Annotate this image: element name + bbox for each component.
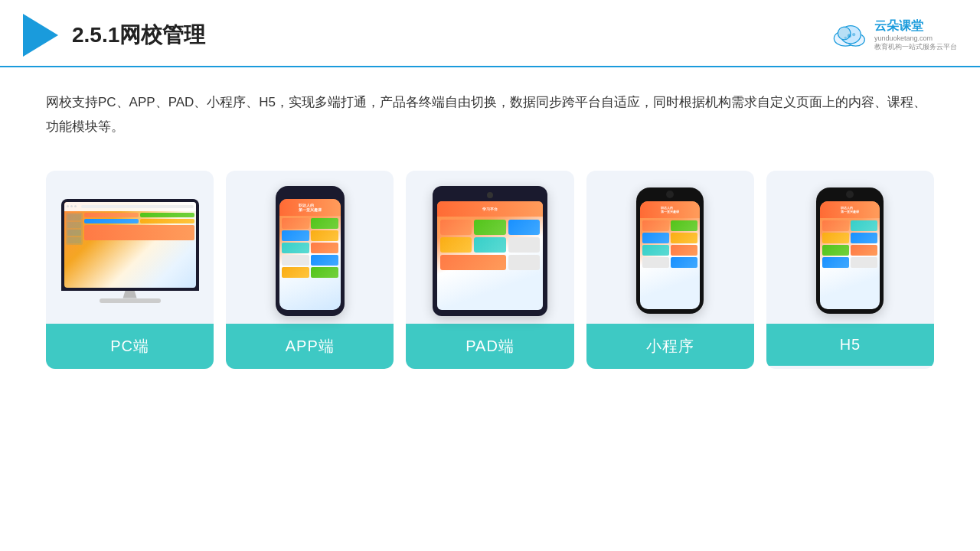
- page-header: 2.5.1网校管理 云朵课堂 yunduoketang.com 教育机构一站式服…: [0, 0, 980, 67]
- pc-device-mockup: [61, 199, 199, 303]
- card-pad: 学习平台 PAD端: [406, 171, 573, 369]
- svg-point-6: [844, 37, 847, 39]
- cloud-icon: [831, 21, 870, 49]
- card-pad-image: 学习平台: [406, 171, 573, 324]
- card-miniprogram: 职达人的第一堂兴趣课: [586, 171, 754, 369]
- pc-neck: [122, 291, 138, 298]
- pad-tablet-mockup: 学习平台: [433, 186, 547, 316]
- svg-point-5: [852, 33, 855, 36]
- card-app-image: 职达人的第一堂兴趣课: [226, 171, 394, 324]
- card-h5-image: 职达人的第一堂兴趣课: [766, 171, 934, 324]
- card-miniprogram-label: 小程序: [586, 324, 754, 369]
- card-pad-label: PAD端: [406, 324, 573, 369]
- tablet-home-btn: [487, 192, 493, 198]
- brand-name: 云朵课堂: [874, 18, 957, 34]
- pc-screen-inner: [64, 202, 196, 288]
- h5-screen: 职达人的第一堂兴趣课: [820, 201, 880, 309]
- card-h5-label: H5: [766, 324, 934, 366]
- brand-tagline-1: 教育机构一站式服务云平台: [874, 42, 957, 52]
- miniprogram-screen: 职达人的第一堂兴趣课: [640, 201, 700, 309]
- phone-screen: 职达人的第一堂兴趣课: [279, 199, 341, 310]
- pc-screen: [61, 199, 199, 291]
- card-app-label: APP端: [226, 324, 394, 369]
- description-section: 网校支持PC、APP、PAD、小程序、H5，实现多端打通，产品各终端自由切换，数…: [0, 67, 980, 155]
- card-pc: PC端: [46, 171, 214, 369]
- card-pc-image: [46, 171, 214, 324]
- header-right: 云朵课堂 yunduoketang.com 教育机构一站式服务云平台: [831, 18, 957, 52]
- svg-point-4: [848, 34, 851, 37]
- phone-notch: [299, 192, 322, 197]
- card-pc-label: PC端: [46, 324, 214, 369]
- card-app: 职达人的第一堂兴趣课: [226, 171, 394, 369]
- card-miniprogram-image: 职达人的第一堂兴趣课: [586, 171, 754, 324]
- app-phone-mockup: 职达人的第一堂兴趣课: [276, 186, 345, 316]
- phone-camera-h5: [846, 191, 854, 198]
- page-title: 2.5.1网校管理: [72, 21, 205, 50]
- pc-base: [100, 298, 161, 303]
- brand-text-group: 云朵课堂 yunduoketang.com 教育机构一站式服务云平台: [874, 18, 957, 52]
- card-h5: 职达人的第一堂兴趣课: [766, 171, 934, 369]
- header-left: 2.5.1网校管理: [23, 14, 205, 57]
- description-text: 网校支持PC、APP、PAD、小程序、H5，实现多端打通，产品各终端自由切换，数…: [46, 90, 934, 140]
- brand-logo: 云朵课堂 yunduoketang.com 教育机构一站式服务云平台: [831, 18, 957, 52]
- miniprogram-phone-mockup: 职达人的第一堂兴趣课: [636, 187, 704, 314]
- tablet-screen: 学习平台: [437, 201, 543, 310]
- phone-camera: [666, 191, 674, 198]
- logo-triangle-icon: [23, 14, 58, 57]
- cards-container: PC端 职达人的第一堂兴趣课: [0, 155, 980, 392]
- h5-phone-mockup: 职达人的第一堂兴趣课: [816, 187, 884, 314]
- brand-url: yunduoketang.com: [874, 34, 957, 42]
